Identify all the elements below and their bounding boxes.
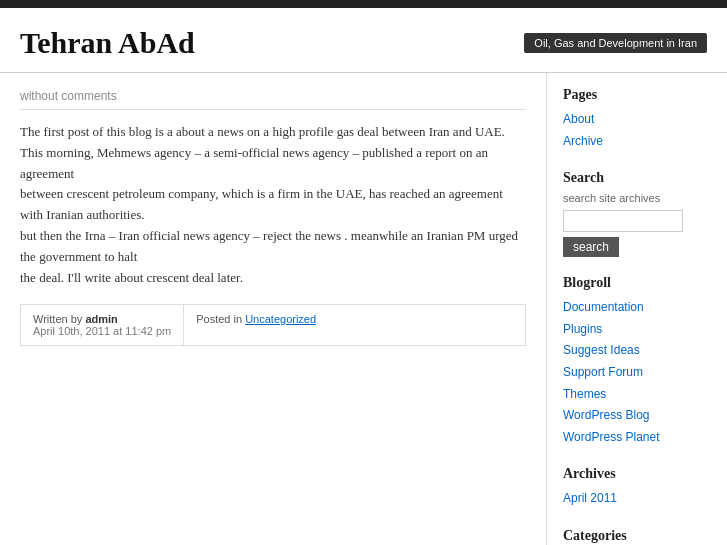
header: Tehran AbAd Oil, Gas and Development in … — [0, 8, 727, 73]
site-title: Tehran AbAd — [20, 26, 195, 60]
archives-heading: Archives — [563, 466, 711, 482]
sidebar-link-suggest-ideas[interactable]: Suggest Ideas — [563, 340, 711, 362]
sidebar: Pages About Archive Search search site a… — [547, 73, 727, 545]
post-line-4: but then the Irna – Iran official news a… — [20, 228, 518, 264]
search-description: search site archives — [563, 192, 711, 204]
post-category-block: Posted in Uncategorized — [184, 305, 328, 345]
post-line-2: This morning, Mehmews agency – a semi-of… — [20, 145, 488, 181]
sidebar-archives-section: Archives April 2011 — [563, 466, 711, 510]
post-date: April 10th, 2011 at 11:42 pm — [33, 325, 171, 337]
sidebar-categories-section: Categories Uncategorized — [563, 528, 711, 545]
sidebar-link-wordpress-blog[interactable]: WordPress Blog — [563, 405, 711, 427]
sidebar-pages-section: Pages About Archive — [563, 87, 711, 152]
post-line-1: The first post of this blog is a about a… — [20, 124, 505, 139]
post-author-block: Written by admin April 10th, 2011 at 11:… — [21, 305, 184, 345]
sidebar-link-documentation[interactable]: Documentation — [563, 297, 711, 319]
author-name: admin — [85, 313, 117, 325]
written-by-label: Written by — [33, 313, 82, 325]
post-line-3: between crescent petroleum company, whic… — [20, 186, 503, 222]
top-bar — [0, 0, 727, 8]
content-area: without comments The first post of this … — [0, 73, 547, 545]
search-button[interactable]: search — [563, 237, 619, 257]
without-comments-label: without comments — [20, 89, 526, 110]
header-badge: Oil, Gas and Development in Iran — [524, 33, 707, 53]
sidebar-link-april-2011[interactable]: April 2011 — [563, 488, 711, 510]
sidebar-link-about[interactable]: About — [563, 109, 711, 131]
sidebar-link-wordpress-planet[interactable]: WordPress Planet — [563, 427, 711, 449]
categories-heading: Categories — [563, 528, 711, 544]
post-line-5: the deal. I'll write about crescent deal… — [20, 270, 243, 285]
blogroll-heading: Blogroll — [563, 275, 711, 291]
post-body: The first post of this blog is a about a… — [20, 122, 526, 288]
sidebar-search-section: Search search site archives search — [563, 170, 711, 257]
category-link[interactable]: Uncategorized — [245, 313, 316, 325]
sidebar-link-archive[interactable]: Archive — [563, 131, 711, 153]
posted-in-label: Posted in — [196, 313, 242, 325]
sidebar-link-plugins[interactable]: Plugins — [563, 319, 711, 341]
search-heading: Search — [563, 170, 711, 186]
sidebar-blogroll-section: Blogroll Documentation Plugins Suggest I… — [563, 275, 711, 448]
main-container: without comments The first post of this … — [0, 73, 727, 545]
sidebar-link-support-forum[interactable]: Support Forum — [563, 362, 711, 384]
pages-heading: Pages — [563, 87, 711, 103]
post-footer: Written by admin April 10th, 2011 at 11:… — [20, 304, 526, 346]
sidebar-link-themes[interactable]: Themes — [563, 384, 711, 406]
search-input[interactable] — [563, 210, 683, 232]
